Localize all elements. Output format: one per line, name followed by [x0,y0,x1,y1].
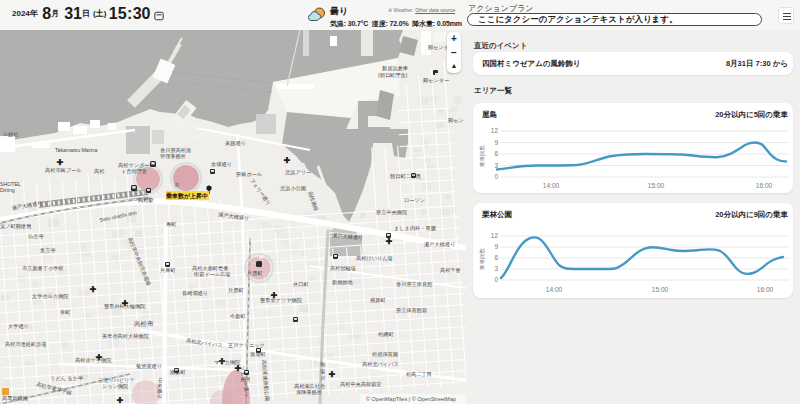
svg-text:美年会高松大林病院: 美年会高松大林病院 [102,333,150,340]
svg-text:街前ドーム広場: 街前ドーム広場 [193,271,231,278]
svg-text:構賀町: 構賀町 [370,297,386,303]
svg-text:(朝日町庁舎): (朝日町庁舎) [378,72,408,79]
svg-text:ト合同庁舎: ト合同庁舎 [121,168,147,175]
svg-text:新居浜倉庫: 新居浜倉庫 [382,65,408,72]
svg-text:南新町: 南新町 [170,369,186,375]
svg-text:✚: ✚ [329,370,336,379]
svg-text:乗車数が上昇中: 乗車数が上昇中 [165,192,208,200]
svg-text:松福保育園: 松福保育園 [372,351,398,358]
svg-text:3: 3 [494,162,498,169]
svg-text:郵センター: 郵センター [423,77,449,83]
svg-text:坂屋町: 坂屋町 [250,351,266,357]
svg-text:水城通り: 水城通り [211,161,232,167]
svg-text:中央通り: 中央通り [157,378,163,399]
svg-text:川: 川 [320,375,325,381]
svg-text:高松市: 高松市 [134,320,154,327]
svg-text:北浜アリー: 北浜アリー [284,169,311,176]
svg-text:15:00: 15:00 [648,182,665,189]
svg-text:6: 6 [494,254,498,261]
svg-text:県立中央病院: 県立中央病院 [376,209,408,216]
svg-text:© OpenMapTiles | © OpenStreetM: © OpenMapTiles | © OpenStreetMap [366,396,456,402]
svg-text:✚: ✚ [117,396,124,404]
svg-text:15:00: 15:00 [652,286,669,293]
svg-text:松島二丁目: 松島二丁目 [406,371,432,378]
svg-text:高松中央高校前交: 高松中央高校前交 [340,381,382,387]
svg-text:マオカ病院: マオカ病院 [214,359,241,366]
svg-text:郵セン: 郵セン [448,117,464,123]
svg-text:高松北バイパス: 高松北バイパス [362,361,399,368]
svg-text:✚: ✚ [284,156,291,165]
svg-text:仏生寺: 仏生寺 [28,233,44,239]
svg-text:ション病院: ション病院 [102,383,129,390]
svg-text:0: 0 [494,173,498,180]
svg-text:高松市連絡町歩道: 高松市連絡町歩道 [5,341,47,348]
svg-text:泉立寺: 泉立寺 [40,247,56,253]
svg-text:高松赤十字病院: 高松赤十字病院 [75,357,112,364]
svg-text:県立体育館前: 県立体育館前 [396,307,427,314]
svg-text:高松駅: 高松駅 [138,197,154,203]
svg-text:乗車回数: 乗車回数 [479,145,486,168]
svg-text:高専幼稚園: 高専幼稚園 [2,395,28,402]
svg-text:整形全クツヤ病院: 整形全クツヤ病院 [260,297,303,304]
svg-text:県民ホール: 県民ホール [236,171,263,177]
svg-text:郵センタ: 郵センタ [428,44,449,50]
svg-text:9: 9 [494,139,498,146]
svg-text:井口町: 井口町 [293,281,309,288]
svg-text:文学会ルカ病院: 文学会ルカ病院 [32,293,69,300]
svg-text:香川県立体育館: 香川県立体育館 [396,281,432,288]
svg-text:ローソン: ローソン [404,197,425,203]
svg-text:北浜小公園: 北浜小公園 [279,185,306,192]
svg-text:保険事務所: 保険事務所 [296,389,322,395]
svg-text:菊池寛通り: 菊池寛通り [136,363,162,370]
svg-text:12: 12 [491,127,499,134]
svg-text:高松競輪場: 高松競輪場 [330,265,356,272]
svg-text:芝川クリニック: 芝川クリニック [228,342,265,349]
svg-text:兵庫町: 兵庫町 [160,267,176,273]
svg-text:ましま内科・胃腸: ましま内科・胃腸 [394,225,436,232]
svg-text:✚: ✚ [90,285,97,294]
svg-text:高松千春: 高松千春 [440,267,461,274]
svg-text:3: 3 [494,265,498,272]
svg-text:朝日町二丁目: 朝日町二丁目 [390,173,421,180]
svg-text:16:00: 16:00 [757,286,774,293]
svg-text:市立新番丁小学校: 市立新番丁小学校 [22,265,64,272]
svg-text:未踏通り: 未踏通り [225,140,246,147]
svg-text:寿町: 寿町 [166,221,176,227]
svg-text:12: 12 [491,232,499,239]
svg-text:今新町: 今新町 [230,313,246,319]
svg-text:0: 0 [494,276,498,283]
svg-text:14:00: 14:00 [543,182,560,189]
svg-text:松縄町: 松縄町 [378,331,394,337]
svg-text:Takamatsu Marina: Takamatsu Marina [55,147,97,153]
svg-text:杣: 杣 [319,361,325,367]
svg-text:✚: ✚ [386,237,393,246]
svg-text:高松: 高松 [94,168,105,174]
svg-text:14:00: 14:00 [546,286,563,293]
svg-text:大学通り: 大学通り [8,323,29,329]
svg-text:6: 6 [494,150,498,157]
svg-text:新橋旅地: 新橋旅地 [332,279,354,285]
svg-text:片原町: 片原町 [247,270,263,277]
svg-text:16:00: 16:00 [756,182,773,189]
svg-text:管理事務所: 管理事務所 [160,153,186,160]
svg-text:うどん るか半: うどん るか半 [50,375,83,381]
svg-text:場: 場 [319,368,325,375]
svg-text:片原町: 片原町 [228,287,244,294]
svg-text:✚: ✚ [57,158,64,167]
svg-text:高松けいりん場: 高松けいりん場 [356,255,393,262]
svg-text:Dining: Dining [0,187,15,193]
svg-text:乗車回数: 乗車回数 [479,248,486,271]
svg-text:ル総社: ル総社 [3,131,19,138]
svg-text:市: 市 [174,182,180,188]
svg-text:長崎堀通り: 長崎堀通り [182,290,208,296]
svg-text:整形外科大輪病院: 整形外科大輪病院 [104,303,146,310]
svg-text:瀬戸大橋通り: 瀬戸大橋通り [424,241,455,248]
svg-text:幸町: 幸町 [60,309,70,315]
svg-text:浜ノ町郵便局: 浜ノ町郵便局 [0,223,31,230]
svg-text:9: 9 [494,243,498,250]
svg-text:高松市民プール: 高松市民プール [45,167,82,173]
